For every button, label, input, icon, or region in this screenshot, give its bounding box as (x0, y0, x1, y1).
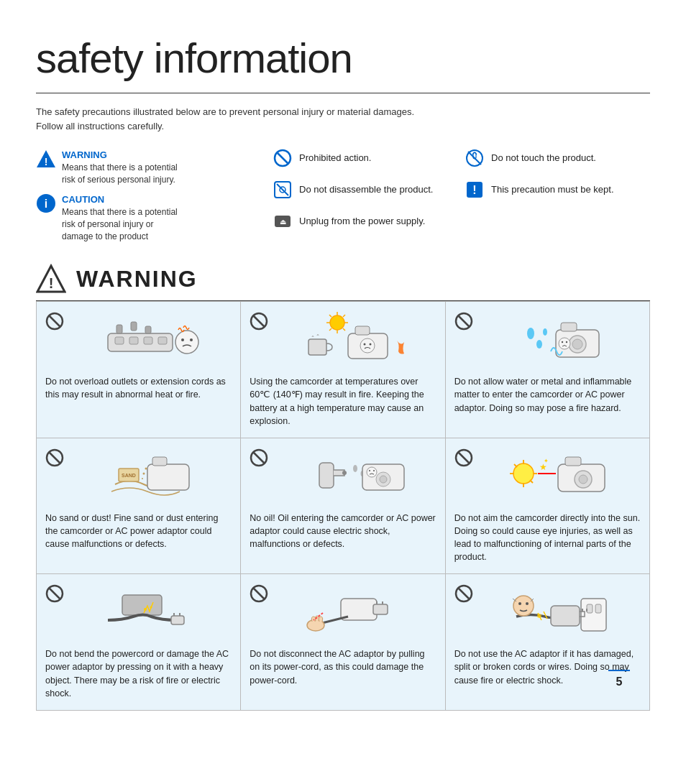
caution-text: CAUTION Means that there is a potential … (62, 193, 178, 243)
unplug-label: Unplug from the power supply. (299, 215, 425, 228)
page-title: safety information (36, 29, 650, 93)
svg-point-101 (150, 607, 152, 609)
svg-line-89 (530, 480, 533, 483)
svg-point-28 (175, 331, 198, 354)
svg-line-70 (253, 452, 265, 464)
warning-cell-7-icon (45, 584, 64, 607)
svg-point-55 (536, 340, 542, 349)
warning-cell-3: Do not allow water or metal and inflamma… (446, 302, 650, 438)
warning-section-header: ! WARNING (36, 263, 650, 302)
svg-line-38 (329, 315, 331, 317)
svg-rect-22 (129, 337, 138, 344)
warning-cell-6-text: Do not aim the camcorder directly into t… (454, 512, 641, 564)
svg-point-56 (543, 328, 547, 336)
warning-cell-8-image (250, 584, 436, 642)
svg-line-106 (253, 588, 265, 599)
warning-cell-2-image (250, 312, 436, 369)
warning-cell-2: Using the camcorder at temperatures over… (241, 302, 445, 438)
legend-unplug: ⏏ Unplug from the power supply. (273, 212, 458, 231)
svg-rect-120 (551, 606, 580, 626)
svg-point-57 (559, 338, 570, 349)
warning-cell-7-image (45, 584, 232, 642)
disassemble-icon (273, 180, 292, 199)
warning-cell-6-illus: ★ ✦ (479, 448, 641, 499)
legend-must-keep: ! This precaution must be kept. (465, 180, 650, 199)
warning-cell-9-illus (479, 584, 641, 635)
svg-line-40 (329, 328, 331, 331)
svg-text:!: ! (49, 275, 54, 291)
must-keep-icon: ! (465, 180, 484, 199)
warning-header-icon: ! (36, 264, 66, 294)
svg-point-58 (562, 341, 563, 343)
warning-cell-5-text: No oil! Oil entering the camcorder or AC… (250, 512, 436, 550)
disassemble-label: Do not disassemble the product. (299, 183, 433, 196)
svg-line-12 (468, 152, 481, 165)
legend-prohibited: Prohibited action. (273, 149, 458, 167)
warning-cell-7-illus (70, 584, 232, 635)
warning-cell-3-image (454, 312, 641, 369)
warning-cell-4-illus: SAND (70, 448, 232, 499)
warning-icon: ! (36, 149, 56, 169)
prohibited-icon (273, 149, 292, 167)
svg-point-72 (342, 471, 347, 475)
svg-point-77 (380, 476, 387, 483)
svg-line-82 (458, 452, 470, 464)
legend-no-touch: Do not touch the product. (465, 149, 650, 167)
svg-point-59 (566, 341, 567, 343)
svg-point-73 (353, 465, 357, 472)
svg-rect-115 (587, 604, 593, 613)
svg-rect-63 (152, 457, 167, 466)
svg-point-94 (579, 475, 587, 484)
svg-point-125 (526, 602, 529, 605)
warning-cell-1-illus (70, 312, 232, 362)
caution-definition: i CAUTION Means that there is a potentia… (36, 193, 266, 243)
svg-text:⏏: ⏏ (280, 218, 286, 226)
warning-desc: Means that there is a potential risk of … (62, 162, 178, 186)
intro-text: The safety precautions illustrated below… (36, 105, 650, 133)
svg-line-19 (49, 315, 60, 327)
svg-text:i: i (45, 198, 47, 210)
caution-label: CAUTION (62, 194, 104, 205)
svg-rect-116 (595, 604, 601, 613)
warning-cell-9-icon (454, 584, 473, 607)
prohibited-label: Prohibited action. (299, 152, 371, 165)
svg-line-88 (514, 464, 517, 467)
svg-rect-92 (565, 457, 581, 466)
svg-text:✦: ✦ (544, 458, 549, 464)
warning-cell-5: No oil! Oil entering the camcorder or AC… (241, 438, 445, 575)
svg-line-32 (253, 315, 265, 327)
svg-line-7 (277, 184, 288, 195)
warning-cell-3-icon (454, 312, 473, 334)
warning-cell-4-image: SAND (45, 448, 232, 506)
svg-point-44 (360, 338, 375, 353)
svg-rect-51 (561, 323, 577, 331)
svg-line-41 (343, 315, 345, 317)
svg-point-100 (144, 608, 147, 611)
warning-cell-7-text: Do not bend the powercord or damage the … (45, 647, 232, 700)
warning-cell-5-icon (250, 448, 268, 471)
warning-cell-8-icon (250, 584, 268, 607)
svg-point-29 (181, 338, 184, 341)
page-number: 5 (608, 670, 630, 690)
svg-point-45 (363, 343, 365, 346)
warning-grid: Do not overload outlets or extension cor… (36, 301, 650, 711)
svg-rect-23 (144, 337, 152, 344)
warning-cell-5-image (250, 448, 436, 506)
svg-point-79 (369, 470, 370, 471)
unplug-icon: ⏏ (273, 212, 292, 231)
svg-point-30 (190, 338, 193, 341)
svg-point-68 (142, 478, 143, 479)
svg-line-49 (458, 315, 470, 327)
svg-rect-99 (122, 595, 162, 615)
legend-definitions: ! WARNING Means that there is a potentia… (36, 149, 266, 242)
svg-point-119 (537, 614, 541, 618)
svg-rect-62 (147, 464, 189, 490)
svg-rect-43 (355, 326, 370, 335)
svg-point-67 (145, 467, 147, 469)
warning-cell-2-icon (250, 312, 268, 334)
no-touch-label: Do not touch the product. (491, 152, 596, 165)
no-touch-icon (465, 149, 484, 167)
caution-icon: i (36, 193, 56, 213)
svg-point-124 (518, 602, 521, 605)
svg-point-54 (527, 328, 534, 339)
